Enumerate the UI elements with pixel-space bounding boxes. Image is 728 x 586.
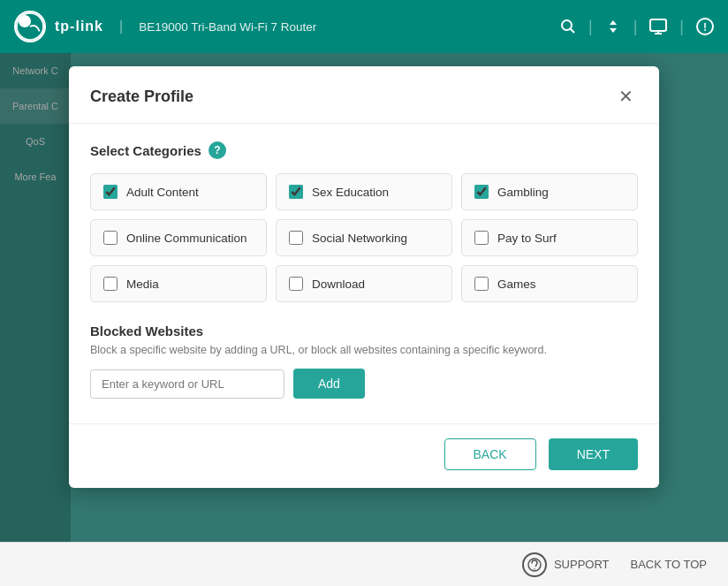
header-icons: | | | !	[560, 18, 714, 36]
select-categories-label: Select Categories	[90, 143, 201, 158]
search-icon	[560, 19, 576, 34]
category-gambling: Gambling	[461, 173, 638, 210]
blocked-websites-title: Blocked Websites	[90, 323, 638, 339]
category-online-communication: Online Communication	[90, 219, 267, 256]
help-icon[interactable]: ?	[209, 141, 226, 159]
support-icon	[522, 552, 547, 577]
footer-support: SUPPORT	[522, 552, 610, 577]
modal-title: Create Profile	[90, 88, 193, 106]
category-adult-content: Adult Content	[90, 173, 267, 210]
logo: tp-link | BE19000 Tri-Band Wi-Fi 7 Route…	[14, 11, 316, 42]
svg-point-12	[534, 568, 535, 570]
label-pay-to-surf[interactable]: Pay to Surf	[497, 232, 557, 245]
section-label-categories: Select Categories ?	[90, 141, 638, 159]
checkbox-sex-education[interactable]	[289, 185, 303, 199]
modal-footer: BACK NEXT	[69, 423, 659, 488]
back-button[interactable]: BACK	[444, 438, 536, 470]
notification-button[interactable]: !	[696, 18, 714, 35]
svg-text:!: !	[703, 21, 707, 34]
icon-separator-1: |	[588, 18, 593, 36]
display-icon	[649, 19, 667, 34]
checkbox-online-communication[interactable]	[103, 231, 118, 245]
checkbox-games[interactable]	[474, 277, 489, 291]
brand-name: tp-link	[55, 19, 103, 34]
category-sex-education: Sex Education	[276, 173, 452, 210]
label-adult-content[interactable]: Adult Content	[126, 186, 199, 199]
blocked-websites-desc: Block a specific website by adding a URL…	[90, 344, 638, 356]
arrows-icon	[605, 19, 621, 34]
svg-line-3	[570, 29, 574, 34]
checkbox-media[interactable]	[103, 277, 118, 291]
modal-header: Create Profile ✕	[69, 66, 659, 124]
display-button[interactable]	[649, 19, 667, 34]
label-download[interactable]: Download	[312, 278, 365, 291]
tp-link-logo-icon	[14, 11, 46, 42]
checkbox-pay-to-surf[interactable]	[474, 231, 489, 245]
svg-marker-4	[610, 20, 617, 25]
close-button[interactable]: ✕	[613, 84, 638, 109]
arrows-button[interactable]	[605, 19, 621, 34]
svg-point-2	[562, 20, 572, 30]
icon-separator-2: |	[633, 18, 638, 36]
label-games[interactable]: Games	[497, 278, 536, 291]
header-divider: |	[119, 19, 123, 34]
checkbox-gambling[interactable]	[474, 185, 489, 199]
category-download: Download	[276, 265, 452, 302]
back-to-top-button[interactable]: BACK TO TOP	[631, 558, 707, 571]
svg-marker-5	[610, 28, 617, 33]
footer-bar: SUPPORT BACK TO TOP	[0, 542, 728, 586]
blocked-input-row: Add	[90, 369, 638, 399]
header: tp-link | BE19000 Tri-Band Wi-Fi 7 Route…	[0, 0, 728, 53]
svg-point-1	[20, 17, 30, 27]
label-sex-education[interactable]: Sex Education	[312, 186, 389, 199]
label-gambling[interactable]: Gambling	[497, 186, 549, 199]
categories-grid: Adult Content Sex Education Gambling Onl…	[90, 173, 638, 302]
icon-separator-3: |	[679, 18, 684, 36]
support-label: SUPPORT	[554, 558, 610, 571]
label-online-communication[interactable]: Online Communication	[126, 232, 247, 245]
header-title: BE19000 Tri-Band Wi-Fi 7 Router	[139, 20, 316, 34]
modal-body: Select Categories ? Adult Content Sex Ed…	[69, 124, 659, 416]
checkbox-download[interactable]	[289, 277, 303, 291]
svg-rect-6	[650, 19, 666, 31]
label-social-networking[interactable]: Social Networking	[312, 232, 407, 245]
checkbox-social-networking[interactable]	[289, 231, 303, 245]
checkbox-adult-content[interactable]	[103, 185, 118, 199]
search-button[interactable]	[560, 19, 576, 34]
create-profile-modal: Create Profile ✕ Select Categories ? Adu…	[69, 66, 659, 488]
category-games: Games	[461, 265, 638, 302]
label-media[interactable]: Media	[126, 278, 159, 291]
notification-icon: !	[696, 18, 714, 35]
add-button[interactable]: Add	[293, 369, 365, 399]
category-pay-to-surf: Pay to Surf	[461, 219, 638, 256]
category-social-networking: Social Networking	[276, 219, 452, 256]
category-media: Media	[90, 265, 267, 302]
next-button[interactable]: NEXT	[549, 438, 638, 470]
keyword-url-input[interactable]	[90, 369, 284, 399]
